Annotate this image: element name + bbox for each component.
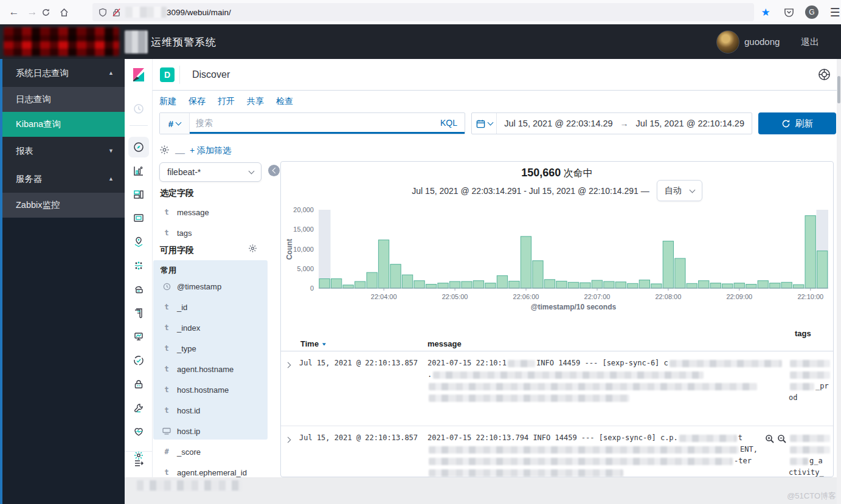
nav-apm[interactable] (125, 349, 152, 372)
forward-button[interactable]: → (23, 6, 41, 18)
collapse-sidebar-button[interactable] (268, 165, 280, 176)
field-item-agent.hostname[interactable]: tagent.hostname (153, 359, 268, 379)
query-menu-button[interactable]: # (160, 113, 190, 134)
nav-uptime[interactable] (125, 278, 152, 301)
user-avatar[interactable] (716, 30, 739, 54)
interval-select[interactable]: 自动 (657, 180, 702, 201)
field-item-_id[interactable]: t_id (153, 297, 268, 317)
field-name: _score (177, 447, 201, 457)
sidebar-item-Zabbix监控[interactable]: Zabbix监控 (2, 193, 125, 218)
back-button[interactable]: ← (5, 6, 23, 18)
table-row[interactable]: Jul 15, 2021 @ 22:10:13.8572021-07-15 22… (281, 351, 833, 426)
shield-icon (99, 8, 107, 17)
nav-visualize[interactable] (125, 159, 152, 182)
date-range-picker: Jul 15, 2021 @ 22:03:14.29 → Jul 15, 202… (471, 112, 752, 134)
refresh-button[interactable]: 刷新 (758, 112, 836, 134)
reload-button[interactable] (41, 8, 60, 17)
field-item-@timestamp[interactable]: @timestamp (153, 276, 268, 297)
query-language-button[interactable]: KQL (433, 113, 465, 134)
nav-dev-tools[interactable] (125, 396, 152, 419)
available-fields-header: 可用字段 (160, 245, 194, 256)
time-range-end[interactable]: Jul 15, 2021 @ 22:10:14.29 (629, 119, 752, 128)
nav-canvas[interactable] (125, 207, 152, 230)
dashboard-icon (133, 189, 144, 200)
sidebar-item-服务器[interactable]: 服务器▲ (2, 165, 125, 193)
nav-logs[interactable] (125, 302, 152, 325)
expand-row-icon[interactable] (286, 359, 290, 370)
column-header-time[interactable]: Time (300, 339, 327, 348)
index-pattern-select[interactable]: filebeat-* (159, 162, 261, 182)
filter-gear-button[interactable] (159, 145, 170, 155)
redacted-text (790, 360, 830, 367)
account-avatar[interactable]: G (800, 5, 823, 19)
kibana-logo[interactable] (125, 59, 153, 90)
help-icon[interactable] (818, 68, 831, 81)
text-field-icon: t (162, 406, 171, 415)
chevron-down-icon (249, 168, 255, 174)
menu-link-新建[interactable]: 新建 (159, 96, 176, 107)
home-button[interactable] (60, 8, 78, 17)
expand-row-icon[interactable] (286, 433, 290, 444)
lock-slash-icon (112, 8, 120, 17)
column-header-tags[interactable]: tags (795, 329, 811, 338)
chevron-up-icon: ▲ (108, 70, 114, 76)
discover-badge[interactable]: D (160, 67, 175, 82)
menu-link-检查[interactable]: 检查 (276, 96, 293, 107)
field-item-_index[interactable]: t_index (153, 317, 268, 338)
field-settings-gear-button[interactable] (248, 244, 257, 253)
sidebar-item-报表[interactable]: 报表▼ (2, 137, 125, 165)
svg-text:5,000: 5,000 (297, 265, 314, 272)
calendar-button[interactable] (472, 113, 497, 134)
nav-collapse[interactable] (125, 451, 152, 475)
svg-text:20,000: 20,000 (293, 206, 314, 213)
nav-discover[interactable] (125, 136, 152, 159)
url-bar[interactable]: 3099/webui/main/ (92, 3, 754, 21)
recently-viewed-icon (133, 103, 144, 114)
log-text: t (738, 433, 742, 442)
sidebar-item-日志查询[interactable]: 日志查询 (2, 87, 125, 112)
table-row[interactable]: Jul 15, 2021 @ 22:10:13.8572021-07-15 22… (281, 426, 833, 477)
menu-link-保存[interactable]: 保存 (189, 96, 206, 107)
sidebar-item-label: 服务器 (16, 173, 43, 185)
nav-metrics[interactable] (125, 325, 152, 348)
redacted-text (670, 360, 782, 367)
chevron-down-icon (689, 187, 695, 193)
nav-stack-monitoring[interactable] (125, 420, 152, 443)
zoom-out-icon[interactable] (777, 434, 787, 444)
sidebar-item-系统日志查询[interactable]: 系统日志查询▲ (2, 59, 125, 87)
field-item-tags[interactable]: ttags (153, 223, 269, 243)
field-item-_type[interactable]: t_type (153, 338, 268, 359)
nav-machine-learning[interactable] (125, 254, 152, 277)
zoom-in-icon[interactable] (765, 434, 775, 444)
log-text: ENT, (740, 445, 758, 454)
refresh-label: 刷新 (795, 118, 814, 129)
field-item-host.ip[interactable]: host.ip (153, 421, 268, 441)
add-filter-link[interactable]: + 添加筛选 (190, 145, 231, 156)
menu-link-打开[interactable]: 打开 (218, 96, 235, 107)
chevron-down-icon (487, 120, 493, 126)
column-header-message[interactable]: message (427, 339, 462, 348)
field-item-_score[interactable]: #_score (153, 441, 269, 462)
scrollbar-thumb[interactable] (837, 76, 840, 103)
page-footer: @51CTO博客 (125, 477, 841, 504)
menu-link-共享[interactable]: 共享 (247, 96, 264, 107)
bookmark-star-icon[interactable]: ★ (754, 6, 777, 19)
nav-dashboard[interactable] (125, 183, 152, 206)
menu-hamburger-icon[interactable]: ☰ (823, 5, 841, 19)
nav-maps[interactable] (125, 230, 152, 254)
field-item-message[interactable]: tmessage (153, 202, 269, 223)
field-item-host.hostname[interactable]: thost.hostname (153, 379, 268, 400)
nav-siem[interactable] (125, 373, 152, 396)
logout-button[interactable]: 退出 (801, 36, 819, 48)
documents-table: Jul 15, 2021 @ 22:10:13.8572021-07-15 22… (281, 351, 833, 477)
gear-icon (248, 244, 257, 253)
field-item-host.id[interactable]: thost.id (153, 400, 268, 421)
hits-histogram[interactable]: 05,00010,00015,00020,00022:04:0022:05:00… (283, 205, 831, 314)
sidebar-item-Kibana查询[interactable]: Kibana查询 (2, 112, 125, 137)
redacted-text (508, 360, 535, 367)
sidebar-item-label: 系统日志查询 (16, 67, 69, 79)
nav-recently-viewed[interactable] (125, 97, 152, 120)
search-input[interactable] (190, 113, 433, 134)
time-range-start[interactable]: Jul 15, 2021 @ 22:03:14.29 (497, 119, 620, 128)
pocket-icon[interactable] (777, 7, 800, 18)
